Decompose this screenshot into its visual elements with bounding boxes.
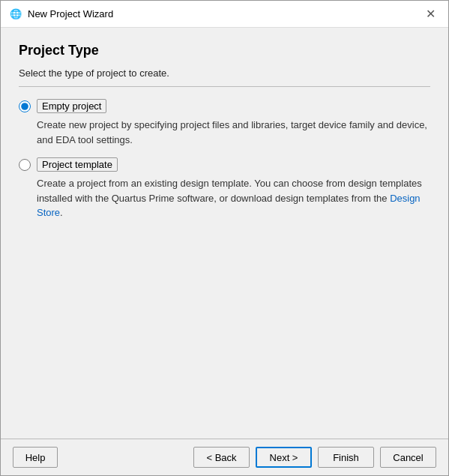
wizard-icon: 🌐: [10, 8, 22, 20]
project-template-label[interactable]: Project template: [37, 157, 118, 172]
empty-project-label[interactable]: Empty project: [37, 99, 106, 113]
option-template-label-row: Project template: [19, 157, 430, 172]
content-area: Project Type Select the type of project …: [1, 28, 448, 439]
template-desc-suffix: .: [60, 207, 63, 218]
title-bar-text: New Project Wizard: [28, 8, 113, 19]
cancel-button[interactable]: Cancel: [380, 447, 436, 468]
page-title: Project Type: [19, 43, 430, 58]
radio-empty-project[interactable]: [19, 100, 31, 112]
option-empty-project: Empty project Create new project by spec…: [19, 99, 430, 147]
project-template-description: Create a project from an existing design…: [37, 176, 430, 220]
template-desc-prefix: Create a project from an existing design…: [37, 178, 422, 204]
option-empty-label-row: Empty project: [19, 99, 430, 113]
footer: Help < Back Next > Finish Cancel: [1, 439, 448, 475]
title-bar: 🌐 New Project Wizard ✕: [1, 1, 448, 28]
divider: [19, 86, 430, 87]
footer-buttons: < Back Next > Finish Cancel: [193, 447, 436, 468]
back-button[interactable]: < Back: [193, 447, 250, 468]
help-button[interactable]: Help: [13, 447, 58, 468]
dialog-window: 🌐 New Project Wizard ✕ Project Type Sele…: [0, 0, 449, 476]
radio-project-template[interactable]: [19, 159, 31, 171]
empty-project-description: Create new project by specifying project…: [37, 118, 430, 147]
finish-button[interactable]: Finish: [318, 447, 374, 468]
subtitle: Select the type of project to create.: [19, 67, 430, 79]
option-project-template: Project template Create a project from a…: [19, 157, 430, 220]
close-button[interactable]: ✕: [421, 5, 439, 23]
title-bar-left: 🌐 New Project Wizard: [10, 8, 113, 20]
next-button[interactable]: Next >: [256, 447, 312, 468]
